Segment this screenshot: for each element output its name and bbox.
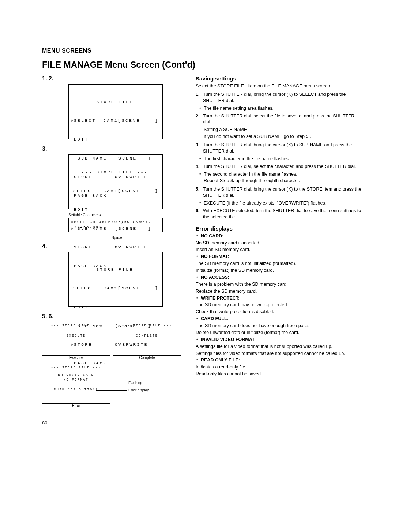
rule-top: [42, 57, 362, 57]
err-title: --- STORE FILE ---: [45, 366, 108, 370]
step4-sub: The second character in the file name fl…: [204, 172, 297, 177]
err2-t: NO ACCESS:: [201, 275, 229, 280]
page-number: 80: [42, 420, 362, 426]
err3-l1: The SD memory card may be write-protecte…: [196, 302, 362, 308]
settable-chars-box: ABCDEFGHIJKLMNOPQRSTUVWXYZ- 1234567890□: [68, 218, 163, 232]
step3-sub: The first character in the file name fla…: [204, 156, 290, 161]
flashing-callout: Flashing: [128, 381, 142, 385]
error-callouts: Flashing Error display: [115, 364, 181, 404]
err1-t: NO FORMAT:: [201, 254, 229, 259]
step2-extra1: Setting a SUB NAME: [204, 127, 362, 133]
menu-title-4: --- STORE FILE ---: [71, 267, 159, 273]
err6-l1: Indicates a read-only file.: [196, 364, 362, 370]
step1-sub: The file name setting area flashes.: [204, 106, 274, 111]
menu-edit: EDIT: [74, 136, 115, 143]
step2-b: Turn the SHUTTER dial, select the file t…: [203, 113, 362, 125]
step-12-label: 1. 2.: [42, 75, 185, 82]
menu4-select-val: CAM1[SCENE ]: [103, 285, 159, 292]
step4-b: Turn the SHUTTER dial, select the charac…: [203, 164, 362, 170]
step2-n: 2.: [196, 113, 202, 125]
step5-b: Turn the SHUTTER dial, bring the cursor …: [203, 186, 362, 199]
err3-l2: Check that write-protection is disabled.: [196, 309, 362, 315]
error-label: Error: [42, 404, 110, 408]
saving-intro: Select the STORE FILE.. item on the FILE…: [196, 83, 362, 89]
menu3-edit: EDIT: [74, 207, 115, 213]
err6-t: READ ONLY FILE:: [201, 357, 240, 363]
rule-under-title: [42, 73, 362, 73]
error-box: --- STORE FILE --- ERROR:SD CARD NO FORM…: [42, 364, 110, 404]
space-tick: [116, 232, 116, 235]
err3-t: WRITE PROTECT:: [201, 296, 240, 301]
err-line: ERROR:SD CARD: [45, 373, 108, 377]
err5-t: INVALID VIDEO FORMAT:: [201, 337, 256, 342]
step2-extra2: If you do not want to set a SUB NAME, go…: [204, 134, 311, 139]
menu3-select-val: CAM1[SCENE ]: [103, 188, 159, 194]
err5-l2: Settings files for video formats that ar…: [196, 351, 362, 357]
step3-n: 3.: [196, 142, 202, 154]
step6-n: 6.: [196, 208, 202, 220]
menu4-select: SELECT: [73, 285, 104, 292]
left-column: 1. 2. --- STORE FILE --- ▷SELECTCAM1[SCE…: [42, 75, 185, 408]
step1-n: 1.: [196, 91, 202, 104]
err-inner: NO FORMAT: [62, 378, 90, 382]
comp-title: --- STORE FILE ---: [116, 324, 178, 327]
comp-mid: COMPLETE: [116, 334, 178, 338]
err1-l2: Initialize (format) the SD memory card.: [196, 267, 362, 274]
space-label: Space: [112, 236, 122, 240]
menu-title-3: --- STORE FILE ---: [71, 169, 159, 176]
err4-l2: Delete unwanted data or initialize (form…: [196, 330, 362, 336]
step4-n: 4.: [196, 164, 202, 170]
menu-screen-4: --- STORE FILE --- SELECTCAM1[SCENE ] ED…: [68, 252, 163, 307]
execute-box: --- STORE FILE --- EXECUTE: [42, 322, 110, 356]
err0-l1: No SD memory card is inserted.: [196, 240, 362, 246]
charset-line1: ABCDEFGHIJKLMNOPQRSTUVWXYZ-: [71, 220, 160, 225]
error-list: •NO CARD: No SD memory card is inserted.…: [196, 233, 362, 377]
errordisplay-callout: Error display: [128, 388, 149, 392]
step1-b: Turn the SHUTTER dial, bring the cursor …: [203, 91, 362, 104]
charset-line2: 1234567890□: [71, 225, 160, 230]
err4-l1: The SD memory card does not have enough …: [196, 323, 362, 329]
page-title: FILE MANAGE Menu Screen (Cont'd): [42, 60, 362, 70]
right-column: Saving settings Select the STORE FILE.. …: [196, 75, 362, 408]
step6-b: With EXECUTE selected, turn the SHUTTER …: [203, 208, 362, 220]
complete-box: --- STORE FILE --- COMPLETE: [113, 322, 181, 356]
err0-l2: Insert an SD memory card.: [196, 247, 362, 253]
err2-l1: There is a problem with the SD memory ca…: [196, 281, 362, 288]
err2-l2: Replace the SD memory card.: [196, 288, 362, 295]
menu3-select: SELECT: [73, 188, 104, 194]
menu3-store-val: OVERWRITE: [115, 244, 159, 251]
menu-screen-3: --- STORE FILE --- SELECTCAM1[SCENE ] ED…: [68, 154, 163, 209]
err5-l1: A settings file for a video format that …: [196, 344, 362, 350]
saving-heading: Saving settings: [196, 75, 362, 82]
err6-l2: Read-only files cannot be saved.: [196, 371, 362, 377]
err0-t: NO CARD:: [201, 233, 224, 239]
step4-rep: Repeat Step 4. up through the eighth cha…: [204, 178, 300, 183]
menu-screen-12: --- STORE FILE --- ▷SELECTCAM1[SCENE ] E…: [68, 84, 163, 139]
err-push: PUSH JOG BUTTON!: [45, 388, 108, 391]
cursor-icon: ▷: [72, 118, 74, 124]
exec-mid: EXECUTE: [45, 334, 108, 338]
step3-b: Turn the SHUTTER dial, bring the cursor …: [203, 142, 362, 154]
step5-sub: EXECUTE (if the file already exists, "OV…: [204, 201, 326, 206]
menu3-store: STORE: [74, 244, 115, 251]
err4-t: CARD FULL:: [201, 316, 229, 321]
menu-title: --- STORE FILE ---: [71, 99, 159, 105]
menu-select-val: CAM1[SCENE ]: [103, 118, 159, 124]
error-heading: Error displays: [196, 225, 362, 232]
section-kicker: MENU SCREENS: [42, 48, 362, 54]
step5-n: 5.: [196, 186, 202, 199]
menu-select: SELECT: [74, 118, 103, 124]
err1-l1: The SD memory card is not initialized (f…: [196, 261, 362, 267]
menu4-edit: EDIT: [74, 304, 115, 310]
exec-title: --- STORE FILE ---: [45, 324, 108, 327]
